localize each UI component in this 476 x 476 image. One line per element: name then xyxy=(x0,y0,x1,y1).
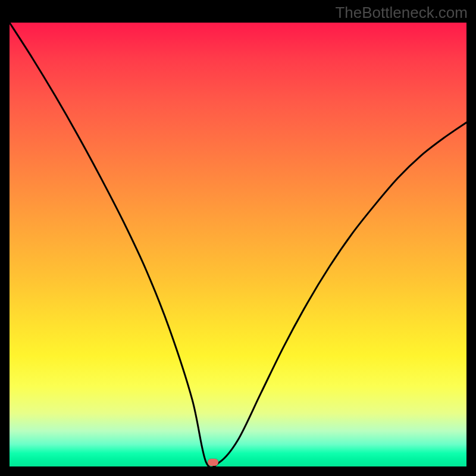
minimum-marker-icon xyxy=(208,459,218,466)
chart-frame: TheBottleneck.com xyxy=(0,0,476,476)
plot-area xyxy=(10,23,466,466)
curve-svg xyxy=(10,23,466,466)
watermark-text: TheBottleneck.com xyxy=(335,4,468,22)
bottleneck-curve xyxy=(10,23,466,466)
